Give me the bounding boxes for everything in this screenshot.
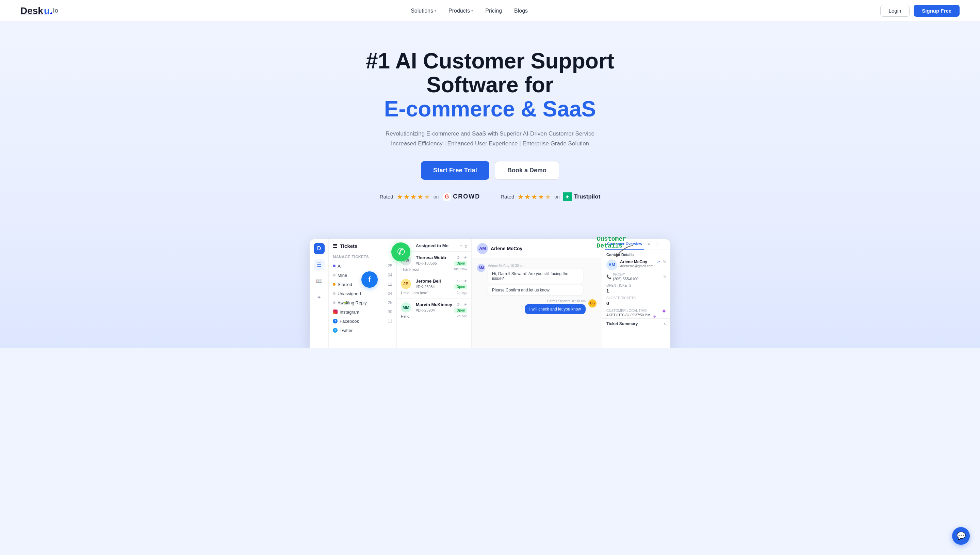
facebook-icon: f [368,275,371,284]
signup-button[interactable]: Signup Free [914,5,959,17]
convo-icons-3: ⊙ ↑ ★ [457,302,467,307]
g2-g-icon: G [442,192,452,202]
nav-pricing[interactable]: Pricing [485,8,502,14]
nav-solutions[interactable]: Solutions ▾ [411,8,436,14]
phone-row: 📞 PHONE (205) 555-0100 ✎ [602,272,670,282]
convo-status-2: Open [454,284,467,289]
g2-stars: ★ ★ ★ ★ ★ [397,193,430,201]
book-demo-button[interactable]: Book a Demo [495,161,559,180]
logo-io: io [53,7,59,14]
convo-icons-1: ⊙ ↑ ★ [457,255,467,260]
instagram-icon [333,310,337,314]
sidebar-logo: D [314,243,325,254]
convo-item-2[interactable]: JB Jerome Bell ⊙ ↑ ★ #DK-25984 Open [397,275,471,298]
convo-time-3: 2h ago [457,314,467,318]
twitter-icon: 𝕏 [333,328,337,333]
dashboard-wrapper: Customer Details ✆ f ✦ ✦ ✦ [303,239,677,348]
whatsapp-bubble: ✆ [391,242,410,261]
hero-title-line1: #1 AI Customer Support Software for [366,49,614,97]
chat-header: AM Arlene McCoy [472,239,602,258]
tp-star-5-half: ★ [545,193,551,201]
facebook-bubble: f [361,271,378,288]
chevron-down-icon: ▾ [471,9,473,13]
star-1: ★ [397,193,403,201]
tickets-title: Tickets [340,243,357,249]
nav-links: Solutions ▾ Products ▾ Pricing Blogs [411,8,528,14]
on-label-1: on [433,194,439,199]
ticket-summary-label: Ticket Summary [606,321,638,326]
tab-grid-view[interactable]: ⊞ [653,239,660,250]
live-chat-button[interactable]: 💬 [952,527,970,545]
sidebar-icon-tickets[interactable]: ☰ [314,260,325,270]
manage-tickets-label: Manage Tickets [329,253,396,261]
search-icon[interactable]: ⌕ [464,243,467,249]
sidebar-icon-star[interactable]: ✦ [314,292,325,303]
facebook-list-icon: f [333,319,337,324]
rated-label-1: Rated [380,194,393,199]
trustpilot-logo: ★ Trustpilot [563,192,600,201]
chat-user-avatar: AM [477,243,488,254]
convo-time-1: Just Now [453,267,467,271]
on-label-2: on [554,194,560,199]
nav-actions: Login Signup Free [880,5,959,17]
hero-title-line2: E-commerce & SaaS [337,97,643,121]
logo-u: u [44,5,50,16]
login-button[interactable]: Login [880,5,910,17]
ticket-item-instagram[interactable]: Instagram 30 [329,308,396,317]
chat-body: AM Arlene McCoy 10:30 am Hi, Darrell Ste… [472,258,602,348]
add-icon[interactable]: + [460,243,462,249]
hamburger-icon: ☰ [333,243,337,249]
star-5-half: ★ [424,193,430,201]
chat-msg-1: AM Arlene McCoy 10:30 am Hi, Darrell Ste… [477,264,596,295]
convo-status-1: Open [454,261,467,266]
rated-label-2: Rated [500,194,514,199]
convo-icons-2: ⊙ ↑ ★ [457,279,467,283]
chat-bubble-1: Hi, Darrell Steward! Are you still facin… [488,269,583,284]
chevron-down-icon: ▾ [435,9,436,13]
sparkle-icon-1: ✦ [661,307,667,315]
convo-top-1: Theresa Webb ⊙ ↑ ★ [416,255,467,260]
chat-bubble-2: Please Confirm and let us know! [488,285,583,295]
sparkle-icon-3: ✦ [344,300,347,305]
convo-top-3: Marvin McKinney ⊙ ↑ ★ [416,302,467,307]
navbar: Desku.io Solutions ▾ Products ▾ Pricing … [0,0,980,22]
ticket-item-awaiting[interactable]: Awaiting Reply 25 [329,298,396,308]
hero-section: #1 AI Customer Support Software for E-co… [0,22,980,209]
external-link-icon[interactable]: ↗ [657,260,660,264]
convo-msg-2: Hello, I am here! [401,291,428,295]
chat-reply-avatar-1: DS [588,299,596,308]
convo-msg-3: Hello [401,314,409,318]
starred-dot-icon [333,283,336,286]
sidebar-icon-book[interactable]: 📖 [314,276,325,287]
chat-icon: 💬 [956,531,966,541]
tab-list-view[interactable]: ≡ [646,239,652,250]
tickets-header: ☰ Tickets [329,243,396,253]
convo-item-3[interactable]: MM Marvin McKinney ⊙ ↑ ★ #DK-25984 Open [397,298,471,322]
nav-products[interactable]: Products ▾ [449,8,473,14]
chat-reply-meta-1: Darrell Steward 10:30 am [525,299,586,303]
ticket-item-unassigned[interactable]: Unassigned 04 [329,289,396,298]
whatsapp-icon: ✆ [397,246,405,257]
ticket-item-twitter[interactable]: 𝕏 Twitter [329,326,396,335]
chat-msg-avatar-1: AM [477,264,485,272]
edit-icon[interactable]: ✎ [663,260,666,264]
hero-title: #1 AI Customer Support Software for E-co… [337,49,643,121]
sparkle-icon-2: ✦ [653,314,657,319]
convo-top-2: Jerome Bell ⊙ ↑ ★ [416,279,467,284]
chat-user-name: Arlene McCoy [491,246,522,251]
chevron-up-icon: ∧ [663,321,666,326]
convo-msg-1: Thank you! [401,267,419,271]
customer-details-callout: Customer Details [597,236,626,249]
chat-msg-meta-1: Arlene McCoy 10:30 am [488,264,583,268]
start-trial-button[interactable]: Start Free Trial [421,161,489,180]
chat-reply-1: Darrell Steward 10:30 am I will check an… [477,299,596,314]
nav-blogs[interactable]: Blogs [514,8,528,14]
logo[interactable]: Desku.io [21,5,59,16]
awaiting-dot-icon [333,302,336,304]
ticket-item-all[interactable]: All 25 [329,261,396,271]
ticket-item-facebook[interactable]: f Facebook 11 [329,317,396,326]
phone-edit-icon[interactable]: ✎ [663,275,666,279]
ticket-summary-row[interactable]: Ticket Summary ∧ [602,318,670,329]
mine-dot-icon [333,274,336,276]
trustpilot-stars: ★ ★ ★ ★ ★ [518,193,551,201]
